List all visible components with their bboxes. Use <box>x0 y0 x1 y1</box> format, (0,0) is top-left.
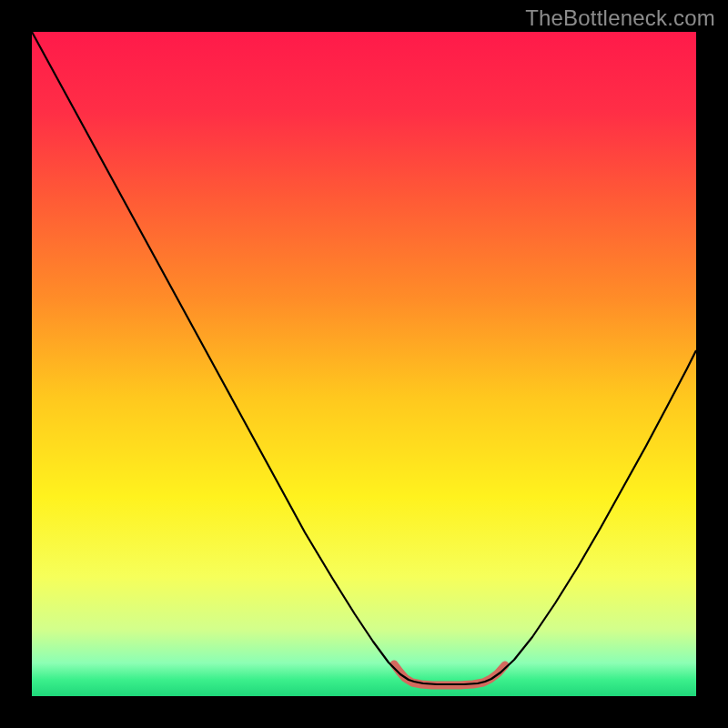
chart-frame: TheBottleneck.com <box>0 0 728 728</box>
plot-area <box>32 32 696 696</box>
curve-layer <box>32 32 696 696</box>
watermark-text: TheBottleneck.com <box>525 5 715 31</box>
optimal-zone-marker <box>394 664 505 685</box>
bottleneck-curve <box>32 32 696 684</box>
